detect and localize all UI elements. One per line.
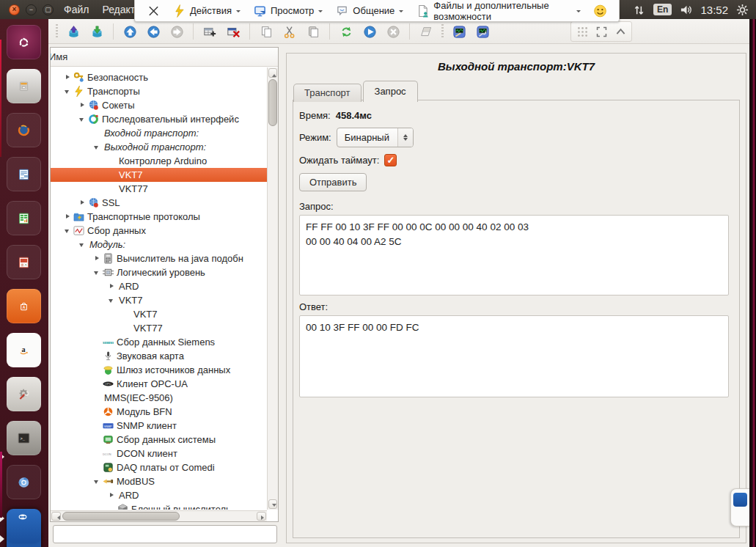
grid-button[interactable]: [573, 23, 591, 40]
tree-item-DAQ-платы-от-Comedi[interactable]: DAQ платы от Comedi: [51, 460, 267, 474]
dock-item-system-settings[interactable]: [7, 377, 41, 411]
close-window-button[interactable]: ×: [9, 4, 20, 15]
tree-item-SNMP-клиент[interactable]: SNMPSNMP клиент: [51, 419, 267, 433]
start-button[interactable]: [359, 21, 381, 42]
tree-item-Сбор-данных-Siemens[interactable]: SIEMENSСбор данных Siemens: [51, 335, 267, 349]
dock-item-file-manager[interactable]: [7, 69, 41, 103]
tree-item-Вычислитель-на-java-подобн[interactable]: Вычислитель на java подобн: [51, 252, 267, 265]
tree-item-DCON-клиент[interactable]: DCONDCON клиент: [51, 447, 267, 460]
tree-expander-icon[interactable]: [62, 210, 73, 224]
maximize-window-button[interactable]: ▢: [43, 4, 54, 15]
db-save-button[interactable]: [86, 21, 108, 42]
fullscreen-button[interactable]: [592, 23, 610, 40]
feedback-smiley[interactable]: [587, 0, 613, 21]
db-load-button[interactable]: [62, 21, 84, 42]
tree-item-Сокеты[interactable]: Сокеты: [51, 98, 267, 112]
tree-expander-icon[interactable]: [92, 474, 103, 488]
request-textarea[interactable]: FF FF 00 10 3F FF 00 00 0C 00 00 00 40 0…: [299, 215, 729, 295]
tree-expander-icon[interactable]: [62, 224, 73, 238]
toolbar-handle[interactable]: [441, 24, 444, 39]
tree-item-Транспортные-протоколы[interactable]: Транспортные протоколы: [51, 210, 267, 224]
keyboard-layout-indicator[interactable]: En: [653, 4, 672, 15]
clear-button[interactable]: [415, 21, 437, 42]
tree-expander-icon[interactable]: [92, 252, 103, 265]
tree-expander-icon[interactable]: [77, 196, 88, 210]
dock-item-dash-home[interactable]: [7, 25, 41, 59]
dock-item-terminal[interactable]: >_: [7, 421, 41, 455]
timeout-checkbox[interactable]: [384, 154, 397, 166]
dock-item-ubuntu-software[interactable]: A: [7, 289, 41, 323]
dev-config-button[interactable]: [448, 21, 470, 42]
tree-item-VKT7[interactable]: VKT7: [51, 293, 267, 307]
tree-item-ModBUS[interactable]: ModBUS: [51, 474, 267, 488]
tree-expander-icon[interactable]: [92, 265, 103, 279]
communicate-menu[interactable]: Общение: [329, 0, 410, 21]
dock-item-amazon[interactable]: a: [7, 333, 41, 367]
tree-item-Блочный-вычислитель[interactable]: Блочный вычислитель: [51, 502, 267, 510]
teamviewer-side-tab[interactable]: [730, 488, 749, 526]
dock-item-chromium[interactable]: [7, 465, 41, 499]
tree-item-Модуль[interactable]: Модуль:: [51, 238, 267, 252]
tab-Транспорт[interactable]: Транспорт: [293, 84, 362, 102]
tree-item-MMS-IEC-9506[interactable]: MMS(IEC-9506): [51, 391, 267, 405]
minimize-window-button[interactable]: −: [26, 4, 37, 15]
dev-tune-button[interactable]: [471, 21, 493, 42]
dock-item-firefox[interactable]: [7, 113, 41, 147]
combo-spinner[interactable]: [397, 128, 413, 147]
clock[interactable]: 13:52: [700, 4, 728, 16]
toolbar-handle[interactable]: [56, 24, 58, 39]
refresh-button[interactable]: [335, 21, 357, 42]
remove-item-button[interactable]: [222, 21, 244, 42]
vertical-scroll-thumb[interactable]: [268, 79, 277, 126]
tree-expander-icon[interactable]: [106, 293, 117, 307]
tree-item-VKT77[interactable]: VKT77: [51, 182, 267, 196]
tree-item-SSL[interactable]: SSL: [51, 196, 267, 210]
tree-item-VKT7[interactable]: VKT7: [51, 168, 267, 182]
scroll-up-button[interactable]: [268, 68, 277, 78]
tree-item-VKT77[interactable]: VKT77: [51, 321, 267, 335]
stop-button[interactable]: [382, 21, 404, 42]
tree-item-Звуковая-карта[interactable]: Звуковая карта: [51, 349, 267, 363]
tab-Запрос[interactable]: Запрос: [363, 81, 418, 102]
dock-item-libreoffice-impress[interactable]: [7, 245, 41, 279]
tree-expander-icon[interactable]: [62, 84, 73, 98]
tree-item-Выходной-транспорт[interactable]: Выходной транспорт:: [51, 140, 267, 154]
horizontal-scroll-thumb[interactable]: [62, 512, 180, 521]
tree-expander-icon[interactable]: [92, 140, 103, 154]
actions-menu[interactable]: Действия: [166, 0, 247, 21]
paste-button[interactable]: [302, 21, 324, 42]
files-extras-menu[interactable]: Файлы и дополнительные возможности: [410, 0, 587, 21]
tree-expander-icon[interactable]: [77, 238, 88, 252]
view-menu[interactable]: Просмотр: [247, 0, 329, 21]
response-textarea[interactable]: 00 10 3F FF 00 00 FD FC: [299, 315, 729, 397]
tree-item-VKT7[interactable]: VKT7: [51, 307, 267, 321]
cut-button[interactable]: [279, 21, 301, 42]
tree-expander-icon[interactable]: [77, 112, 88, 126]
add-item-button[interactable]: [199, 21, 221, 42]
tree-vertical-scrollbar[interactable]: [267, 67, 278, 510]
tree-expander-icon[interactable]: [77, 98, 88, 112]
scroll-left-button[interactable]: [51, 512, 61, 521]
session-close[interactable]: [141, 0, 166, 21]
tree-item-Безопасность[interactable]: Безопасность: [51, 70, 267, 84]
send-button[interactable]: Отправить: [299, 173, 367, 191]
teamviewer-stack[interactable]: [7, 509, 41, 543]
tree-item-Модуль-BFN[interactable]: Модуль BFN: [51, 405, 267, 419]
tree-item-Клиент-OPC-UA[interactable]: OPCКлиент OPC-UA: [51, 377, 267, 391]
tree-item-Шлюз-источников-данных[interactable]: Шлюз источников данных: [51, 363, 267, 377]
tree-item-Логический-уровень[interactable]: Логический уровень: [51, 265, 267, 279]
tree-item-Входной-транспорт[interactable]: Входной транспорт:: [51, 126, 267, 140]
tree-item-Сбор-данных-системы[interactable]: Сбор данных системы: [51, 433, 267, 447]
collapse-button[interactable]: [612, 23, 629, 40]
mode-select[interactable]: Бинарный: [337, 128, 414, 147]
tree-item-Сбор-данных[interactable]: Сбор данных: [51, 224, 267, 238]
tree-item-ARD[interactable]: ARD: [51, 488, 267, 502]
copy-button[interactable]: [255, 21, 277, 42]
tree-expander-icon[interactable]: [62, 70, 73, 84]
tree-item-ARD[interactable]: ARD: [51, 279, 267, 293]
tree-horizontal-scrollbar[interactable]: [51, 510, 267, 521]
scroll-right-button[interactable]: [257, 512, 266, 521]
dock-item-libreoffice-calc[interactable]: [7, 201, 41, 235]
nav-forward-button[interactable]: [166, 21, 188, 42]
tree-item-Последовательный-интерфейс[interactable]: Последовательный интерфейс: [51, 112, 267, 126]
